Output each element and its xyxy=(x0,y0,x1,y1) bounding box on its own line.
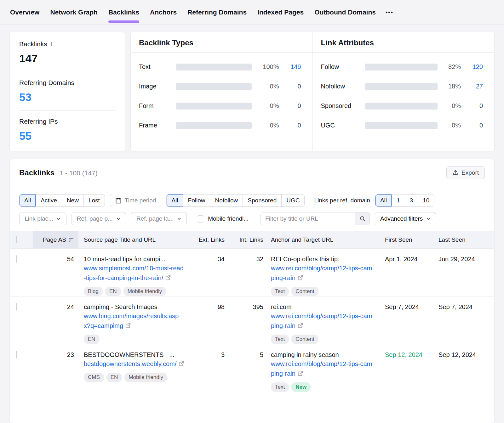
anchor-text: rei.com xyxy=(271,303,380,311)
bar-track xyxy=(365,122,438,129)
tab-backlinks[interactable]: Backlinks xyxy=(103,0,145,25)
export-button[interactable]: Export xyxy=(446,166,485,179)
tab-indexed-pages[interactable]: Indexed Pages xyxy=(252,0,309,25)
tab-outbound-domains[interactable]: Outbound Domains xyxy=(309,0,381,25)
lpd-all[interactable]: All xyxy=(375,195,392,206)
target-url-link[interactable]: www.rei.com/blog/camp/12-tips-camping-ra… xyxy=(271,263,372,283)
backlinks-stat-value: 147 xyxy=(19,52,116,65)
target-url-link[interactable]: www.rei.com/blog/camp/12-tips-camping-ra… xyxy=(271,359,372,379)
table-title: Backlinks xyxy=(19,168,54,177)
backlinks-stat-label: Backlinks i xyxy=(19,40,116,48)
ext-links-value: 98 xyxy=(195,296,226,311)
bar-track xyxy=(176,122,252,129)
follow-ugc[interactable]: UGC xyxy=(281,195,304,206)
page-as-value: 24 xyxy=(33,296,78,311)
select-all-checkbox[interactable] xyxy=(16,236,17,243)
status-active[interactable]: Active xyxy=(36,195,62,206)
column-header-last-seen[interactable]: Last Seen xyxy=(434,236,494,243)
status-new[interactable]: New xyxy=(62,195,83,206)
external-link-icon xyxy=(297,275,303,281)
charts-card: Backlink Types Text 100% 149 Image 0% 0 … xyxy=(130,32,495,151)
tab-anchors[interactable]: Anchors xyxy=(145,0,182,25)
bar-row-text: Text 100% 149 xyxy=(139,63,301,70)
source-page-url-link[interactable]: www.bing.com/images/results.aspx?q=campi… xyxy=(84,311,185,331)
source-tag: CMS xyxy=(84,373,104,382)
mobile-friendly-checkbox[interactable] xyxy=(197,215,204,223)
source-page-title: BESTDOGOWNERSTENTS - ... xyxy=(84,351,191,358)
overview-cards: Backlinks i 147 Referring Domains 53 Ref… xyxy=(0,25,504,151)
status-lost[interactable]: Lost xyxy=(83,195,105,206)
anchor-text: camping in rainy season xyxy=(271,351,380,358)
anchor-text: REI Co-op offers this tip: xyxy=(271,256,380,263)
chevron-down-icon xyxy=(56,217,61,221)
column-header-ext-links[interactable]: Ext. Links xyxy=(195,236,226,243)
referring-domains-stat-value[interactable]: 53 xyxy=(19,91,116,104)
summary-card: Backlinks i 147 Referring Domains 53 Ref… xyxy=(9,32,125,151)
source-tag: Mobile friendly xyxy=(123,287,166,296)
active-tab-indicator xyxy=(108,20,139,23)
last-seen-value: Sep 7, 2024 xyxy=(434,296,494,311)
advanced-filters-dropdown[interactable]: Advanced filters xyxy=(375,212,436,225)
mobile-friendly-filter[interactable]: Mobile friendl... xyxy=(197,215,249,223)
source-tag: EN xyxy=(106,373,122,382)
chevron-down-icon xyxy=(426,217,431,221)
ext-links-value: 3 xyxy=(195,344,226,358)
column-header-first-seen[interactable]: First Seen xyxy=(380,236,434,243)
title-url-search xyxy=(261,212,370,225)
source-page-url-link[interactable]: www.simplemost.com/10-must-read-tips-for… xyxy=(84,263,185,283)
bar-track xyxy=(176,83,252,90)
referring-ips-stat-value[interactable]: 55 xyxy=(19,130,116,142)
info-icon[interactable]: i xyxy=(50,41,53,48)
first-seen-value: Sep 12, 2024 xyxy=(380,344,434,358)
bar-row-nofollow: Nofollow 18% 27 xyxy=(321,83,483,90)
first-seen-value: Apr 1, 2024 xyxy=(380,249,434,263)
source-tag: EN xyxy=(84,335,100,344)
backlink-types-chart: Backlink Types Text 100% 149 Image 0% 0 … xyxy=(131,32,312,151)
column-header-page-as[interactable]: Page AS xyxy=(33,231,78,248)
bar-track xyxy=(176,103,252,110)
tab-network-graph[interactable]: Network Graph xyxy=(45,0,103,25)
follow-all[interactable]: All xyxy=(167,195,183,206)
time-period-button[interactable]: Time period xyxy=(110,194,162,207)
row-checkbox[interactable] xyxy=(16,303,17,311)
bar-row-frame: Frame 0% 0 xyxy=(139,122,301,129)
source-tag: EN xyxy=(105,287,121,296)
row-checkbox[interactable] xyxy=(16,351,17,358)
search-icon[interactable] xyxy=(355,212,369,225)
bar-track xyxy=(365,83,438,90)
search-input[interactable] xyxy=(261,212,355,225)
source-page-url-link[interactable]: bestdogownerstents.weebly.com/ xyxy=(84,359,185,369)
int-links-value: 5 xyxy=(226,344,265,358)
table-row: 54 10 must-read tips for campi... www.si… xyxy=(10,248,494,296)
follow-nofollow[interactable]: Nofollow xyxy=(210,195,243,206)
table-range: 1 - 100 (147) xyxy=(60,169,98,177)
tab-referring-domains[interactable]: Referring Domains xyxy=(182,0,252,25)
bar-row-image: Image 0% 0 xyxy=(139,83,301,90)
more-tabs-icon[interactable]: ••• xyxy=(381,9,398,16)
links-per-domain-filter: All 1 3 10 xyxy=(375,194,434,207)
top-navigation: Overview Network Graph Backlinks Anchors… xyxy=(0,0,504,25)
follow-sponsored[interactable]: Sponsored xyxy=(243,195,281,206)
status-all[interactable]: All xyxy=(20,195,36,206)
source-tag: Blog xyxy=(84,287,103,296)
sort-descending-icon xyxy=(69,238,74,242)
lpd-1[interactable]: 1 xyxy=(392,195,405,206)
lpd-10[interactable]: 10 xyxy=(418,195,434,206)
chevron-down-icon xyxy=(116,217,121,221)
chevron-down-icon xyxy=(177,217,181,221)
referring-ips-stat-label: Referring IPs xyxy=(19,118,116,125)
lpd-3[interactable]: 3 xyxy=(405,195,418,206)
row-checkbox[interactable] xyxy=(16,255,17,263)
tab-overview[interactable]: Overview xyxy=(10,0,45,25)
ref-page-language-dropdown[interactable]: Ref. page la... xyxy=(131,212,187,225)
column-header-anchor: Anchor and Target URL xyxy=(265,236,380,243)
ref-page-platform-dropdown[interactable]: Ref. page p... xyxy=(72,212,126,225)
source-tag: Mobile friendly xyxy=(124,373,167,382)
external-link-icon xyxy=(297,370,303,376)
column-header-int-links[interactable]: Int. Links xyxy=(226,236,265,243)
link-placement-dropdown[interactable]: Link plac... xyxy=(19,212,66,225)
follow-follow[interactable]: Follow xyxy=(183,195,210,206)
link-attributes-chart: Link Attributes Follow 82% 120 Nofollow … xyxy=(312,32,495,151)
target-url-link[interactable]: www.rei.com/blog/camp/12-tips-camping-ra… xyxy=(271,311,372,331)
links-per-domain-label: Links per ref. domain xyxy=(314,197,370,204)
